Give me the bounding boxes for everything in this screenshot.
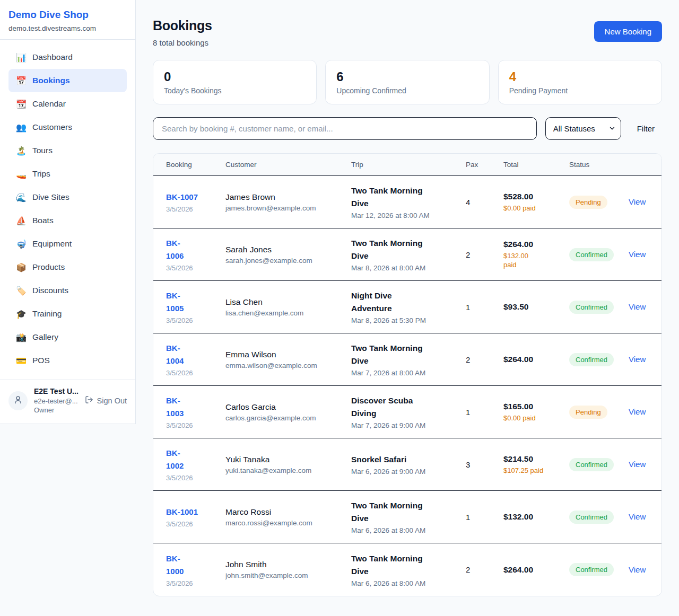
sidebar-item-dashboard[interactable]: 📊 Dashboard — [8, 46, 127, 69]
calendar-icon: 📆 — [16, 99, 27, 109]
booking-date: 3/5/2026 — [166, 474, 225, 482]
view-link[interactable]: View — [629, 407, 646, 416]
total-amount: $264.00 — [503, 240, 569, 249]
status-cell: Confirmed — [569, 301, 629, 314]
boats-icon: ⛵ — [16, 216, 27, 226]
booking-id-link[interactable]: BK- 1006 — [166, 237, 184, 262]
sidebar-item-products[interactable]: 📦 Products — [8, 256, 127, 279]
status-filter-select[interactable]: All Statuses — [545, 117, 621, 140]
sidebar-item-discounts[interactable]: 🏷️ Discounts — [8, 279, 127, 302]
booking-id-link[interactable]: BK- 1000 — [166, 552, 184, 578]
stat-value: 6 — [336, 69, 478, 84]
booking-id-link[interactable]: BK-1007 — [166, 191, 198, 204]
trip-cell: Discover Scuba Diving Mar 7, 2026 at 9:0… — [351, 394, 466, 429]
sidebar-item-pos[interactable]: 💳 POS — [8, 349, 127, 372]
total-amount: $93.50 — [503, 302, 569, 312]
view-link[interactable]: View — [629, 565, 646, 574]
stat-value: 4 — [509, 69, 651, 84]
view-link[interactable]: View — [629, 302, 646, 311]
sidebar-item-calendar[interactable]: 📆 Calendar — [8, 92, 127, 116]
sidebar-item-boats[interactable]: ⛵ Boats — [8, 209, 127, 232]
sidebar-item-training[interactable]: 🎓 Training — [8, 302, 127, 325]
view-link[interactable]: View — [629, 355, 646, 364]
column-header-customer: Customer — [225, 161, 351, 169]
booking-id-link[interactable]: BK- 1003 — [166, 394, 184, 420]
sidebar-item-customers[interactable]: 👥 Customers — [8, 116, 127, 139]
customer-cell: Lisa Chen lisa.chen@example.com — [225, 297, 351, 317]
sidebar-item-equipment[interactable]: 🤿 Equipment — [8, 232, 127, 256]
dive-sites-icon: 🌊 — [16, 192, 27, 203]
avatar — [8, 391, 28, 410]
trip-name: Discover Scuba Diving — [351, 394, 434, 420]
customer-email: sarah.jones@example.com — [225, 257, 351, 265]
sidebar-item-label: Discounts — [32, 286, 68, 295]
sidebar-item-trips[interactable]: 🚤 Trips — [8, 162, 127, 186]
booking-date: 3/5/2026 — [166, 421, 225, 429]
customer-cell: James Brown james.brown@example.com — [225, 192, 351, 212]
sidebar-item-tours[interactable]: 🏝️ Tours — [8, 139, 127, 162]
user-info: E2E Test U... e2e-tester@... Owner — [34, 387, 79, 414]
booking-id-link[interactable]: BK-1001 — [166, 506, 198, 518]
table-row: BK-1007 3/5/2026 James Brown james.brown… — [153, 176, 661, 228]
booking-id-link[interactable]: BK- 1002 — [166, 447, 184, 472]
trip-name: Two Tank Morning Dive — [351, 342, 434, 367]
trip-cell: Two Tank Morning Dive Mar 6, 2026 at 8:0… — [351, 552, 466, 587]
status-badge: Confirmed — [569, 353, 614, 366]
sidebar-item-dive-sites[interactable]: 🌊 Dive Sites — [8, 186, 127, 209]
column-header-total: Total — [503, 161, 569, 169]
customer-cell: Marco Rossi marco.rossi@example.com — [225, 507, 351, 527]
customer-email: emma.wilson@example.com — [225, 362, 351, 369]
total-cell: $264.00 $132.00 paid — [503, 240, 569, 269]
view-link[interactable]: View — [629, 197, 646, 206]
customer-name: Emma Wilson — [225, 350, 351, 359]
sidebar-item-bookings[interactable]: 📅 Bookings — [8, 69, 127, 92]
trip-cell: Night Dive Adventure Mar 8, 2026 at 5:30… — [351, 289, 466, 324]
customer-name: John Smith — [225, 560, 351, 569]
trip-name: Two Tank Morning Dive — [351, 499, 434, 525]
booking-cell: BK- 1005 3/5/2026 — [166, 289, 225, 324]
booking-cell: BK-1001 3/5/2026 — [166, 506, 225, 528]
trip-name: Two Tank Morning Dive — [351, 237, 434, 262]
trip-datetime: Mar 6, 2026 at 8:00 AM — [351, 579, 466, 587]
new-booking-button[interactable]: New Booking — [594, 21, 662, 42]
sign-out-button[interactable]: Sign Out — [85, 395, 127, 406]
trip-datetime: Mar 12, 2026 at 8:00 AM — [351, 212, 466, 219]
total-amount: $264.00 — [503, 355, 569, 364]
status-cell: Confirmed — [569, 511, 629, 524]
actions-cell: View — [629, 407, 649, 417]
booking-id-link[interactable]: BK- 1004 — [166, 342, 184, 367]
total-amount: $214.50 — [503, 454, 569, 464]
status-badge: Confirmed — [569, 301, 614, 314]
sidebar-item-label: Dive Sites — [32, 192, 69, 202]
sidebar-item-label: Training — [32, 309, 62, 319]
page-subtitle: 8 total bookings — [153, 38, 212, 47]
sidebar-item-label: Equipment — [32, 239, 72, 249]
view-link[interactable]: View — [629, 460, 646, 469]
actions-cell: View — [629, 250, 649, 259]
actions-cell: View — [629, 512, 649, 522]
logout-icon — [85, 395, 93, 406]
sidebar-footer: E2E Test U... e2e-tester@... Owner Sign … — [0, 380, 135, 424]
search-input[interactable] — [153, 117, 537, 140]
customer-cell: Yuki Tanaka yuki.tanaka@example.com — [225, 455, 351, 474]
sidebar-item-gallery[interactable]: 📸 Gallery — [8, 325, 127, 349]
customer-name: Yuki Tanaka — [225, 455, 351, 464]
filter-button[interactable]: Filter — [630, 124, 662, 133]
status-cell: Pending — [569, 196, 629, 209]
total-cell: $528.00 $0.00 paid — [503, 192, 569, 213]
view-link[interactable]: View — [629, 250, 646, 259]
status-cell: Confirmed — [569, 458, 629, 471]
trip-cell: Two Tank Morning Dive Mar 6, 2026 at 8:0… — [351, 499, 466, 534]
trip-name: Two Tank Morning Dive — [351, 552, 434, 578]
table-body: BK-1007 3/5/2026 James Brown james.brown… — [153, 176, 661, 596]
customer-email: carlos.garcia@example.com — [225, 414, 351, 422]
total-cell: $264.00 — [503, 565, 569, 575]
booking-id-link[interactable]: BK- 1005 — [166, 289, 184, 315]
view-link[interactable]: View — [629, 512, 646, 521]
sidebar-item-label: Calendar — [32, 99, 66, 109]
trip-datetime: Mar 7, 2026 at 8:00 AM — [351, 369, 466, 377]
customer-name: James Brown — [225, 192, 351, 202]
total-cell: $264.00 — [503, 355, 569, 364]
trips-icon: 🚤 — [16, 169, 27, 179]
status-filter-wrap: All Statuses — [545, 117, 621, 140]
